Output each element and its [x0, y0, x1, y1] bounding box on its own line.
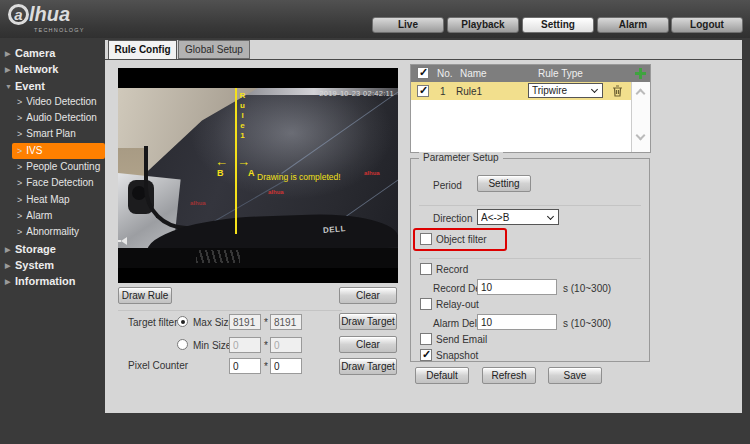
- rule-row-checkbox[interactable]: [417, 85, 429, 97]
- nav-setting-button[interactable]: Setting: [522, 17, 594, 33]
- sidebar-item-heat-map[interactable]: >Heat Map: [12, 192, 105, 208]
- sidebar-item-people-counting[interactable]: >People Counting: [12, 159, 105, 175]
- parameter-setup-legend: Parameter Setup: [419, 152, 503, 163]
- screen-logo: alhua: [364, 170, 380, 176]
- sidebar-item-label: Smart Plan: [26, 128, 75, 139]
- size-separator: *: [264, 317, 268, 328]
- angle-right-icon: >: [17, 195, 22, 205]
- draw-target-max-button[interactable]: Draw Target: [339, 313, 397, 330]
- rule-table-row[interactable]: 1 Rule1 Tripwire: [411, 82, 631, 100]
- triangle-right-icon: ▶: [5, 242, 15, 258]
- nav-playback-button[interactable]: Playback: [447, 17, 519, 33]
- alarm-delay-input[interactable]: [477, 314, 557, 330]
- nav-alarm-button[interactable]: Alarm: [597, 17, 669, 33]
- default-button[interactable]: Default: [415, 367, 469, 384]
- min-size-radio[interactable]: [177, 339, 188, 350]
- content-panel: Rule Config Global Setup alhua alhua alh…: [105, 40, 742, 413]
- period-setting-button[interactable]: Setting: [477, 175, 531, 192]
- direction-dropdown[interactable]: A<->B: [478, 210, 558, 224]
- refresh-button[interactable]: Refresh: [482, 367, 536, 384]
- draw-target-pixel-button[interactable]: Draw Target: [339, 358, 397, 375]
- sidebar-item-abnormality[interactable]: >Abnormality: [12, 224, 105, 240]
- period-label: Period: [433, 180, 462, 191]
- clear-target-button[interactable]: Clear: [339, 336, 397, 353]
- sidebar-item-storage[interactable]: ▶Storage: [0, 241, 105, 257]
- rule-table: No. Name Rule Type 1 Rule1 Tripwire: [410, 64, 651, 153]
- snapshot-label: Snapshot: [436, 350, 478, 361]
- sidebar-item-label: Camera: [15, 47, 55, 59]
- sidebar: ▶Camera ▶Network ▼Event >Video Detection…: [0, 38, 105, 444]
- rule-no: 1: [440, 86, 446, 97]
- max-size-label: Max Size: [193, 317, 234, 328]
- direction-select[interactable]: A<->B: [477, 209, 559, 225]
- pixel-counter-label: Pixel Counter: [128, 360, 188, 371]
- dahua-logo: alhua TECHNOLOGY: [8, 3, 85, 33]
- param-divider: [419, 205, 641, 206]
- delete-rule-icon[interactable]: [612, 85, 623, 99]
- rule-type-select[interactable]: Tripwire: [528, 83, 603, 98]
- sidebar-item-label: People Counting: [26, 161, 100, 172]
- sidebar-item-label: Heat Map: [26, 194, 69, 205]
- relay-out-checkbox[interactable]: [420, 298, 432, 310]
- table-scrollbar[interactable]: [631, 82, 650, 152]
- sidebar-item-label: Event: [15, 80, 45, 92]
- max-size-height-input[interactable]: [270, 314, 302, 330]
- nav-live-button[interactable]: Live: [372, 17, 444, 33]
- record-checkbox[interactable]: [420, 263, 432, 275]
- brand-tagline: TECHNOLOGY: [34, 27, 85, 33]
- max-size-width-input[interactable]: [229, 314, 261, 330]
- rule-name: Rule1: [456, 86, 482, 97]
- video-preview-canvas[interactable]: alhua alhua alhua DELL 2019-10-23 02:42:…: [118, 68, 398, 283]
- send-email-checkbox[interactable]: [420, 333, 432, 345]
- sidebar-item-audio-detection[interactable]: >Audio Detection: [12, 110, 105, 126]
- sidebar-item-label: Audio Detection: [26, 112, 97, 123]
- sidebar-item-face-detection[interactable]: >Face Detection: [12, 175, 105, 191]
- sidebar-item-label: Information: [15, 275, 76, 287]
- relay-out-label: Relay-out: [436, 299, 479, 310]
- clear-rule-button[interactable]: Clear: [339, 287, 397, 304]
- angle-right-icon: >: [17, 162, 22, 172]
- sidebar-item-network[interactable]: ▶Network: [0, 61, 105, 77]
- controls-divider: [118, 310, 342, 311]
- brand-text: lhua: [29, 3, 70, 26]
- save-button[interactable]: Save: [548, 367, 602, 384]
- sidebar-item-label: Video Detection: [26, 96, 96, 107]
- snapshot-checkbox[interactable]: [420, 349, 432, 361]
- scroll-down-icon[interactable]: [636, 131, 646, 141]
- sidebar-item-label: Alarm: [26, 210, 52, 221]
- tab-global-setup[interactable]: Global Setup: [178, 40, 250, 59]
- triangle-right-icon: ▶: [5, 46, 15, 62]
- record-delay-suffix: s (10~300): [563, 283, 611, 294]
- screen-logo: alhua: [190, 200, 206, 206]
- draw-rule-button[interactable]: Draw Rule: [118, 287, 172, 304]
- sidebar-item-camera[interactable]: ▶Camera: [0, 45, 105, 61]
- desk-shadow: [118, 248, 398, 268]
- sidebar-item-event[interactable]: ▼Event: [0, 78, 105, 94]
- object-filter-checkbox[interactable]: [420, 233, 432, 245]
- sidebar-item-system[interactable]: ▶System: [0, 257, 105, 273]
- object-filter-label: Object filter: [436, 234, 487, 245]
- select-all-checkbox[interactable]: [417, 67, 429, 79]
- rule-type-dropdown[interactable]: Tripwire: [529, 84, 602, 97]
- stand-reflection: [196, 250, 240, 263]
- pixel-counter-width-input[interactable]: [229, 358, 261, 374]
- angle-right-icon: >: [17, 178, 22, 188]
- tab-rule-config[interactable]: Rule Config: [108, 40, 177, 59]
- direction-arrow-right-icon: →: [237, 155, 250, 168]
- pixel-counter-height-input[interactable]: [270, 358, 302, 374]
- sidebar-item-smart-plan[interactable]: >Smart Plan: [12, 126, 105, 142]
- corner-marker-bar: [118, 240, 121, 242]
- record-delay-input[interactable]: [477, 279, 557, 295]
- triangle-down-icon: ▼: [5, 79, 15, 95]
- size-separator: *: [264, 361, 268, 372]
- sidebar-item-information[interactable]: ▶Information: [0, 273, 105, 289]
- scroll-up-icon[interactable]: [636, 89, 646, 99]
- min-size-width-input[interactable]: [229, 337, 261, 353]
- add-rule-icon[interactable]: [635, 68, 646, 79]
- min-size-height-input[interactable]: [270, 337, 302, 353]
- sidebar-item-video-detection[interactable]: >Video Detection: [12, 94, 105, 110]
- sidebar-item-alarm[interactable]: >Alarm: [12, 208, 105, 224]
- nav-logout-button[interactable]: Logout: [671, 17, 743, 33]
- sidebar-item-ivs[interactable]: >IVS: [12, 143, 105, 159]
- max-size-radio[interactable]: [177, 316, 188, 327]
